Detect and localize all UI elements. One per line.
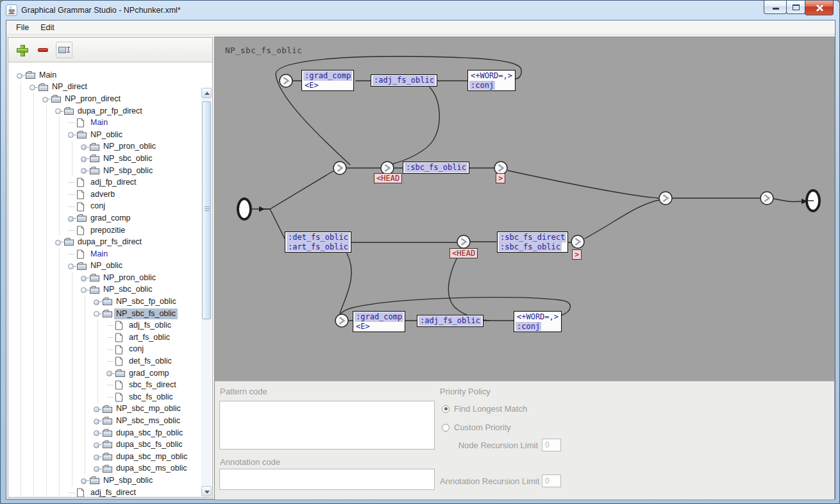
tree-expand-handle[interactable] (106, 344, 115, 356)
tree-node[interactable]: NP_sbc_fs_oblic (16, 308, 201, 320)
remove-button[interactable] (35, 42, 51, 58)
tree-node-label[interactable]: adj_fs_oblic (127, 320, 173, 331)
transition-box-sbc-fs-direct-oblic[interactable]: :sbc_fs_direct :sbc_fs_oblic (497, 231, 568, 253)
tree-node[interactable]: NP_pron_oblic (16, 272, 201, 284)
tree-node-label[interactable]: NP_oblic (88, 130, 124, 140)
maximize-button[interactable] (786, 1, 805, 14)
tree-node[interactable]: grad_comp (16, 212, 201, 224)
tree-node-label[interactable]: dupa_sbc_fp_oblic (114, 428, 185, 439)
tree-node[interactable]: NP_oblic (16, 129, 201, 141)
tree-node[interactable]: art_fs_oblic (16, 332, 201, 344)
tree-node-label[interactable]: Main (88, 117, 110, 128)
tree-node[interactable]: sbc_fs_direct (16, 379, 201, 391)
tree-expand-handle[interactable] (67, 487, 76, 497)
tree-expand-handle[interactable] (16, 69, 25, 81)
tree-expand-handle[interactable] (67, 201, 76, 213)
tree-node[interactable]: dupa_pr_fs_direct (16, 236, 201, 248)
tree-expand-handle[interactable] (106, 355, 115, 367)
tree-node-label[interactable]: sbc_fs_oblic (127, 392, 175, 403)
tree-expand-handle[interactable] (67, 129, 76, 141)
tree-expand-handle[interactable] (106, 319, 115, 332)
tree-node[interactable]: dupa_sbc_fp_oblic (16, 427, 201, 439)
tree-node-label[interactable]: Main (88, 249, 110, 260)
tree-node-label[interactable]: NP_pron_oblic (101, 141, 158, 152)
tree-expand-handle[interactable] (106, 379, 115, 391)
tree-node-label[interactable]: art_fs_oblic (127, 332, 172, 343)
fsa-graph-canvas[interactable]: NP_sbc_fs_oblic (215, 37, 834, 381)
tree-node-label[interactable]: prepozitie (88, 225, 127, 236)
radio-button-icon[interactable] (442, 405, 449, 413)
tree-expand-handle[interactable] (93, 403, 102, 416)
tree-node[interactable]: adverb (16, 189, 201, 201)
tree-node[interactable]: NP_direct (16, 81, 201, 94)
tree-node[interactable]: NP_oblic (16, 260, 201, 273)
tree-node[interactable]: NP_sbp_oblic (16, 165, 201, 177)
tree-node-label[interactable]: adj_fs_direct (88, 487, 138, 497)
tree-node-label[interactable]: dupa_pr_fp_direct (76, 106, 144, 117)
tree-node[interactable]: grad_comp (16, 367, 201, 380)
head-tag[interactable]: <HEAD (449, 248, 478, 258)
tree-expand-handle[interactable] (80, 272, 89, 284)
menu-edit[interactable]: Edit (35, 21, 60, 34)
tree-expand-handle[interactable] (67, 224, 76, 237)
tree-expand-handle[interactable] (80, 153, 89, 165)
transition-box-word-conj-top[interactable]: <+WORD=,> :conj (467, 70, 516, 91)
tree-expand-handle[interactable] (29, 81, 38, 94)
tree-node[interactable]: adj_fp_direct (16, 176, 201, 189)
tree-expand-handle[interactable] (67, 212, 76, 224)
tree-expand-handle[interactable] (106, 367, 115, 380)
tree-expand-handle[interactable] (67, 117, 76, 129)
tree-node-label[interactable]: dupa_sbc_mp_oblic (114, 451, 189, 462)
tree-expand-handle[interactable] (93, 451, 102, 463)
scroll-up-button[interactable] (201, 88, 212, 98)
tree-expand-handle[interactable] (55, 236, 63, 248)
tree-node[interactable]: Main (16, 69, 201, 81)
tree-expand-handle[interactable] (67, 176, 76, 189)
tree-expand-handle[interactable] (93, 308, 102, 320)
add-button[interactable] (13, 42, 30, 58)
menu-file[interactable]: File (10, 21, 35, 34)
tree-node-label[interactable]: adverb (88, 189, 117, 200)
tree-node[interactable]: conj (16, 344, 201, 356)
tree-node[interactable]: Main (16, 248, 201, 260)
titlebar[interactable]: Graphical Grammar Studio - NPchunker.xml… (1, 1, 839, 20)
tree-node[interactable]: dupa_sbc_fs_oblic (16, 439, 201, 451)
custom-priority-option[interactable]: Custom Priority (442, 423, 511, 432)
tree-node-label[interactable]: dupa_sbc_fs_oblic (114, 439, 185, 450)
tree-node[interactable]: adj_fs_oblic (16, 319, 201, 332)
transition-box-det-art-fs-oblic[interactable]: :det_fs_oblic :art_fs_oblic (285, 231, 351, 253)
tree-node-label[interactable]: conj (127, 344, 146, 355)
tree-node[interactable]: det_fs_oblic (16, 355, 201, 367)
tree-node[interactable]: dupa_sbc_mp_oblic (16, 451, 201, 463)
scroll-down-button[interactable] (201, 486, 212, 496)
tree-node-label[interactable]: NP_sbp_oblic (101, 165, 155, 176)
head-tag[interactable]: <HEAD (374, 173, 402, 183)
tree-node-label[interactable]: NP_sbc_fs_oblic (114, 308, 178, 319)
tree-node-label[interactable]: NP_sbc_oblic (101, 284, 154, 295)
tree-node-label[interactable]: NP_pron_direct (63, 94, 122, 105)
tree-node[interactable]: NP_sbc_fp_oblic (16, 296, 201, 308)
tree-node-label[interactable]: NP_sbc_fp_oblic (114, 296, 178, 307)
tree-node-label[interactable]: dupa_sbc_ms_oblic (114, 463, 189, 474)
tree-node[interactable]: adj_fs_direct (16, 487, 201, 497)
rename-button[interactable]: I (56, 42, 72, 58)
tree-node[interactable]: NP_sbc_ms_oblic (16, 415, 201, 427)
pattern-code-input[interactable] (219, 401, 435, 449)
tree-expand-handle[interactable] (67, 189, 76, 201)
find-longest-match-option[interactable]: Find Longest Match (442, 404, 527, 414)
tree-node[interactable]: NP_sbc_mp_oblic (16, 403, 201, 416)
tree-node-label[interactable]: NP_sbc_ms_oblic (114, 416, 182, 426)
tree-node[interactable]: sbc_fs_oblic (16, 391, 201, 403)
transition-box-sbc-fs-oblic-mid[interactable]: :sbc_fs_oblic (403, 162, 469, 174)
tree-expand-handle[interactable] (93, 439, 102, 451)
transition-box-grad-comp-top[interactable]: :grad_comp <E> (301, 70, 354, 91)
tree-node-label[interactable]: det_fs_oblic (127, 356, 174, 367)
tree-node[interactable]: NP_sbc_oblic (16, 153, 201, 165)
tree-node[interactable]: dupa_pr_fp_direct (16, 105, 201, 117)
tree-expand-handle[interactable] (106, 391, 115, 403)
tree-scrollbar[interactable] (201, 88, 212, 496)
tree-expand-handle[interactable] (80, 165, 89, 177)
tree-expand-handle[interactable] (80, 284, 89, 296)
tree-expand-handle[interactable] (42, 93, 51, 105)
node-recursion-limit-input[interactable] (542, 439, 561, 451)
